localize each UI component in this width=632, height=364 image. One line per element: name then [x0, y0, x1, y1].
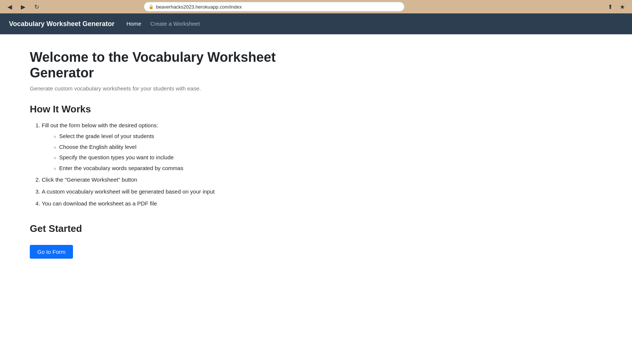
- refresh-button[interactable]: ↻: [31, 1, 42, 12]
- nav-link-create[interactable]: Create a Worksheet: [150, 20, 200, 27]
- step-2: Click the "Generate Worksheet" button: [42, 175, 305, 184]
- nav-link-home[interactable]: Home: [126, 20, 141, 27]
- step-4: You can download the worksheet as a PDF …: [42, 199, 305, 208]
- forward-button[interactable]: ▶: [18, 1, 28, 12]
- main-content: Welcome to the Vocabulary Worksheet Gene…: [0, 35, 335, 274]
- sub-item-2: Choose the English ability level: [54, 143, 305, 151]
- steps-list: Fill out the form below with the desired…: [30, 121, 305, 208]
- lock-icon: 🔒: [149, 4, 154, 9]
- step-3: A custom vocabulary worksheet will be ge…: [42, 187, 305, 196]
- sub-items-list: Select the grade level of your students …: [42, 132, 305, 172]
- get-started-title: Get Started: [30, 223, 305, 234]
- nav-item-create[interactable]: Create a Worksheet: [150, 20, 200, 27]
- page-title: Welcome to the Vocabulary Worksheet Gene…: [30, 50, 305, 81]
- back-button[interactable]: ◀: [4, 1, 15, 12]
- how-it-works-title: How It Works: [30, 103, 305, 115]
- navbar: Vocabulary Worksheet Generator Home Crea…: [0, 13, 632, 34]
- sub-item-3: Specify the question types you want to i…: [54, 153, 305, 162]
- step-1-text: Fill out the form below with the desired…: [42, 122, 158, 128]
- browser-actions: ⬆ ★: [605, 1, 628, 12]
- browser-chrome: ◀ ▶ ↻ 🔒 beaverhacks2023.herokuapp.com/in…: [0, 0, 632, 13]
- navbar-nav: Home Create a Worksheet: [126, 20, 200, 27]
- get-started-section: Get Started Go to Form: [30, 223, 305, 259]
- sub-item-1: Select the grade level of your students: [54, 132, 305, 141]
- sub-item-4: Enter the vocabulary words separated by …: [54, 164, 305, 173]
- address-bar[interactable]: 🔒 beaverhacks2023.herokuapp.com/index: [144, 2, 404, 12]
- nav-item-home[interactable]: Home: [126, 20, 141, 27]
- share-button[interactable]: ⬆: [605, 1, 616, 12]
- subtitle: Generate custom vocabulary worksheets fo…: [30, 85, 305, 92]
- navbar-brand[interactable]: Vocabulary Worksheet Generator: [9, 20, 114, 28]
- step-1: Fill out the form below with the desired…: [42, 121, 305, 172]
- go-to-form-button[interactable]: Go to Form: [30, 245, 73, 259]
- url-text: beaverhacks2023.herokuapp.com/index: [156, 4, 242, 10]
- bookmark-button[interactable]: ★: [617, 1, 628, 12]
